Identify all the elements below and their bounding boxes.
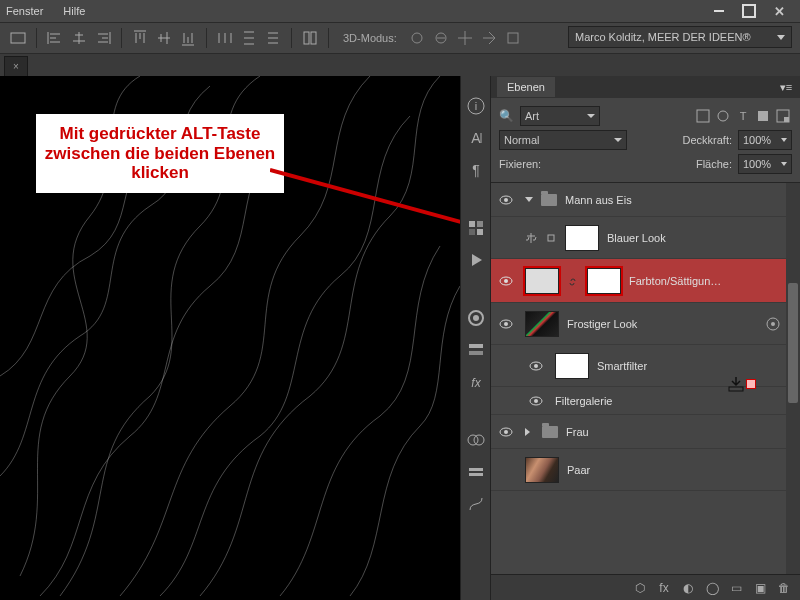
layer-name[interactable]: Smartfilter: [597, 360, 647, 372]
close-tab-icon[interactable]: ×: [13, 61, 19, 72]
layer-row[interactable]: Paar: [491, 449, 800, 491]
layers-tab[interactable]: Ebenen: [497, 77, 555, 97]
layer-row[interactable]: Blauer Look: [491, 217, 800, 259]
align-center-h-icon[interactable]: [69, 28, 89, 48]
layer-group-row[interactable]: Mann aus Eis: [491, 183, 800, 217]
filter-type-icon[interactable]: T: [736, 109, 750, 123]
visibility-toggle[interactable]: [491, 427, 521, 437]
adjustment-thumb[interactable]: [525, 268, 559, 294]
layer-mask-button[interactable]: ◐: [680, 580, 696, 596]
panel-tabs: Ebenen ▾≡: [491, 76, 800, 98]
scrollbar-thumb[interactable]: [788, 283, 798, 403]
color-panel-icon[interactable]: [466, 308, 486, 328]
visibility-toggle[interactable]: [491, 319, 521, 329]
layer-filter-kind[interactable]: Art: [520, 106, 600, 126]
maximize-button[interactable]: [738, 4, 760, 18]
visibility-toggle[interactable]: [491, 276, 521, 286]
delete-layer-button[interactable]: 🗑: [776, 580, 792, 596]
link-icon: [567, 275, 579, 287]
adjustments-panel-icon[interactable]: [466, 430, 486, 450]
align-left-icon[interactable]: [45, 28, 65, 48]
fill-input[interactable]: 100%: [738, 154, 792, 174]
layer-name[interactable]: Mann aus Eis: [565, 194, 632, 206]
svg-point-19: [473, 315, 479, 321]
layer-mask-thumb[interactable]: [565, 225, 599, 251]
visibility-toggle[interactable]: [521, 396, 551, 406]
link-layers-button[interactable]: ⬡: [632, 580, 648, 596]
auto-align-icon[interactable]: [300, 28, 320, 48]
svg-point-3: [412, 33, 422, 43]
3d-slide-icon[interactable]: [479, 28, 499, 48]
paths-panel-icon[interactable]: [466, 494, 486, 514]
align-bottom-icon[interactable]: [178, 28, 198, 48]
3d-scale-icon[interactable]: [503, 28, 523, 48]
layer-row-highlighted[interactable]: Farbton/Sättigun…: [491, 259, 800, 303]
twirl-right-icon[interactable]: [525, 428, 534, 436]
layer-name[interactable]: Paar: [567, 464, 590, 476]
actions-panel-icon[interactable]: [466, 250, 486, 270]
channels-panel-icon[interactable]: [466, 340, 486, 360]
menu-fenster[interactable]: Fenster: [6, 5, 43, 17]
layer-list-scrollbar[interactable]: [786, 183, 800, 574]
menu-hilfe[interactable]: Hilfe: [63, 5, 85, 17]
character-panel-icon[interactable]: A: [466, 128, 486, 148]
align-center-v-icon[interactable]: [154, 28, 174, 48]
layer-thumb[interactable]: [525, 457, 559, 483]
new-fill-adjust-button[interactable]: ◯: [704, 580, 720, 596]
opacity-value: 100%: [743, 134, 771, 146]
filter-pixel-icon[interactable]: [696, 109, 710, 123]
swatches-panel-icon[interactable]: [466, 218, 486, 238]
svg-rect-2: [311, 32, 316, 44]
lock-label: Fixieren:: [499, 158, 541, 170]
smart-object-badge-icon: [766, 317, 780, 331]
visibility-toggle[interactable]: [491, 195, 521, 205]
3d-pan-icon[interactable]: [455, 28, 475, 48]
svg-rect-14: [477, 221, 483, 227]
new-layer-button[interactable]: ▣: [752, 580, 768, 596]
distribute-v-icon[interactable]: [239, 28, 259, 48]
layer-group-row[interactable]: Frau: [491, 415, 800, 449]
3d-roll-icon[interactable]: [431, 28, 451, 48]
distribute-c-icon[interactable]: [263, 28, 283, 48]
styles-panel-icon[interactable]: fx: [466, 372, 486, 392]
opacity-input[interactable]: 100%: [738, 130, 792, 150]
filter-shape-icon[interactable]: [756, 109, 770, 123]
layer-name[interactable]: Farbton/Sättigun…: [629, 275, 721, 287]
workspace-select[interactable]: Marco Kolditz, MEER DER IDEEN®: [568, 26, 792, 48]
layer-mask-thumb[interactable]: [587, 268, 621, 294]
twirl-down-icon[interactable]: [525, 197, 533, 202]
svg-rect-15: [469, 229, 475, 235]
layer-name[interactable]: Frau: [566, 426, 589, 438]
svg-point-47: [534, 364, 538, 368]
panel-menu-icon[interactable]: ▾≡: [778, 81, 794, 94]
layer-name[interactable]: Frostiger Look: [567, 318, 637, 330]
balance-icon: [525, 232, 537, 244]
distribute-h-icon[interactable]: [215, 28, 235, 48]
search-icon[interactable]: 🔍: [499, 109, 514, 123]
layer-name[interactable]: Blauer Look: [607, 232, 666, 244]
minimize-button[interactable]: [708, 4, 730, 18]
align-right-icon[interactable]: [93, 28, 113, 48]
new-group-button[interactable]: ▭: [728, 580, 744, 596]
document-tab[interactable]: ×: [4, 56, 28, 76]
layer-thumb[interactable]: [525, 311, 559, 337]
layer-row[interactable]: Frostiger Look: [491, 303, 800, 345]
filter-smart-icon[interactable]: [776, 109, 790, 123]
filter-mask-thumb[interactable]: [555, 353, 589, 379]
layer-style-button[interactable]: fx: [656, 580, 672, 596]
visibility-toggle[interactable]: [521, 361, 551, 371]
align-top-icon[interactable]: [130, 28, 150, 48]
tool-preset-icon[interactable]: [8, 28, 28, 48]
paragraph-panel-icon[interactable]: ¶: [466, 160, 486, 180]
fill-label: Fläche:: [696, 158, 732, 170]
history-panel-icon[interactable]: [466, 462, 486, 482]
filter-adjust-icon[interactable]: [716, 109, 730, 123]
blend-mode-select[interactable]: Normal: [499, 130, 627, 150]
svg-rect-41: [729, 387, 743, 391]
layer-name[interactable]: Filtergalerie: [555, 395, 612, 407]
3d-orbit-icon[interactable]: [407, 28, 427, 48]
close-button[interactable]: ✕: [768, 4, 790, 18]
info-panel-icon[interactable]: i: [466, 96, 486, 116]
svg-point-24: [474, 435, 484, 445]
canvas-area[interactable]: Mit gedrückter ALT-Taste zwischen die be…: [0, 76, 460, 600]
